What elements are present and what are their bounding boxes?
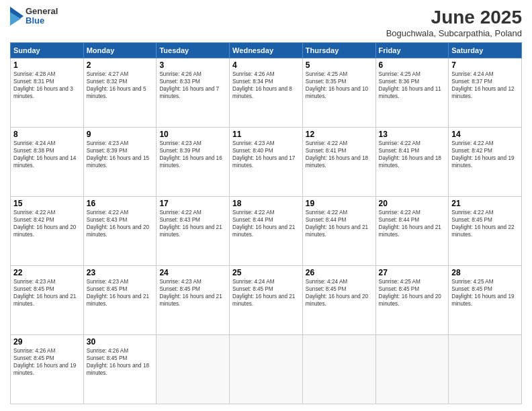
- cell-info: Sunrise: 4:28 AM Sunset: 8:31 PM Dayligh…: [13, 71, 81, 100]
- table-cell: 18 Sunrise: 4:22 AM Sunset: 8:44 PM Dayl…: [230, 197, 303, 266]
- table-cell: 27 Sunrise: 4:25 AM Sunset: 8:45 PM Dayl…: [375, 266, 449, 335]
- table-cell: 26 Sunrise: 4:24 AM Sunset: 8:45 PM Dayl…: [302, 266, 375, 335]
- day-number: 22: [13, 268, 81, 277]
- day-number: 14: [451, 130, 519, 139]
- table-cell: 8 Sunrise: 4:24 AM Sunset: 8:38 PM Dayli…: [11, 128, 84, 197]
- day-number: 29: [13, 337, 81, 347]
- table-cell: 5 Sunrise: 4:25 AM Sunset: 8:35 PM Dayli…: [302, 58, 375, 128]
- day-number: 11: [232, 130, 300, 139]
- table-cell: 3 Sunrise: 4:26 AM Sunset: 8:33 PM Dayli…: [157, 58, 230, 128]
- table-cell: 12 Sunrise: 4:22 AM Sunset: 8:41 PM Dayl…: [302, 128, 375, 197]
- table-cell: [302, 335, 375, 404]
- day-number: 30: [87, 337, 154, 347]
- day-number: 2: [87, 60, 154, 70]
- col-monday: Monday: [83, 43, 157, 58]
- day-number: 19: [306, 199, 373, 208]
- table-cell: 23 Sunrise: 4:23 AM Sunset: 8:45 PM Dayl…: [83, 266, 157, 335]
- cell-info: Sunrise: 4:23 AM Sunset: 8:45 PM Dayligh…: [159, 278, 226, 308]
- col-wednesday: Wednesday: [230, 43, 303, 58]
- day-number: 20: [379, 199, 446, 208]
- table-cell: [449, 335, 522, 404]
- table-cell: 14 Sunrise: 4:22 AM Sunset: 8:42 PM Dayl…: [449, 128, 522, 197]
- cell-info: Sunrise: 4:22 AM Sunset: 8:42 PM Dayligh…: [13, 209, 81, 238]
- table-cell: 11 Sunrise: 4:23 AM Sunset: 8:40 PM Dayl…: [230, 128, 303, 197]
- cell-info: Sunrise: 4:27 AM Sunset: 8:32 PM Dayligh…: [87, 71, 154, 100]
- cell-info: Sunrise: 4:22 AM Sunset: 8:41 PM Dayligh…: [379, 140, 446, 169]
- day-number: 3: [159, 60, 226, 70]
- cell-info: Sunrise: 4:26 AM Sunset: 8:34 PM Dayligh…: [232, 71, 300, 100]
- col-thursday: Thursday: [302, 43, 375, 58]
- day-number: 24: [159, 268, 226, 277]
- cell-info: Sunrise: 4:25 AM Sunset: 8:45 PM Dayligh…: [379, 278, 446, 308]
- cell-info: Sunrise: 4:22 AM Sunset: 8:44 PM Dayligh…: [306, 209, 373, 238]
- day-number: 13: [379, 130, 446, 139]
- logo: General Blue: [10, 7, 58, 26]
- calendar-row: 15 Sunrise: 4:22 AM Sunset: 8:42 PM Dayl…: [11, 197, 522, 266]
- table-cell: [375, 335, 449, 404]
- cell-info: Sunrise: 4:25 AM Sunset: 8:35 PM Dayligh…: [306, 71, 373, 100]
- day-number: 12: [306, 130, 373, 139]
- header: General Blue June 2025 Boguchwala, Subca…: [10, 7, 522, 38]
- calendar-row: 1 Sunrise: 4:28 AM Sunset: 8:31 PM Dayli…: [11, 58, 522, 128]
- cell-info: Sunrise: 4:25 AM Sunset: 8:45 PM Dayligh…: [451, 278, 519, 308]
- col-friday: Friday: [375, 43, 449, 58]
- day-number: 16: [87, 199, 154, 208]
- cell-info: Sunrise: 4:26 AM Sunset: 8:45 PM Dayligh…: [13, 347, 81, 377]
- table-cell: [157, 335, 230, 404]
- day-number: 17: [159, 199, 226, 208]
- table-cell: 28 Sunrise: 4:25 AM Sunset: 8:45 PM Dayl…: [449, 266, 522, 335]
- cell-info: Sunrise: 4:23 AM Sunset: 8:39 PM Dayligh…: [87, 140, 154, 169]
- table-cell: [230, 335, 303, 404]
- logo-text: General Blue: [26, 7, 58, 26]
- cell-info: Sunrise: 4:26 AM Sunset: 8:45 PM Dayligh…: [87, 347, 154, 377]
- calendar-row: 22 Sunrise: 4:23 AM Sunset: 8:45 PM Dayl…: [11, 266, 522, 335]
- table-cell: 1 Sunrise: 4:28 AM Sunset: 8:31 PM Dayli…: [11, 58, 84, 128]
- cell-info: Sunrise: 4:22 AM Sunset: 8:43 PM Dayligh…: [87, 209, 154, 238]
- day-number: 21: [451, 199, 519, 208]
- day-number: 4: [232, 60, 300, 70]
- cell-info: Sunrise: 4:24 AM Sunset: 8:37 PM Dayligh…: [451, 71, 519, 100]
- table-cell: 13 Sunrise: 4:22 AM Sunset: 8:41 PM Dayl…: [375, 128, 449, 197]
- table-cell: 4 Sunrise: 4:26 AM Sunset: 8:34 PM Dayli…: [230, 58, 303, 128]
- col-saturday: Saturday: [449, 43, 522, 58]
- col-sunday: Sunday: [11, 43, 84, 58]
- table-cell: 29 Sunrise: 4:26 AM Sunset: 8:45 PM Dayl…: [11, 335, 84, 404]
- calendar-header-row: Sunday Monday Tuesday Wednesday Thursday…: [11, 43, 522, 58]
- day-number: 15: [13, 199, 81, 208]
- table-cell: 10 Sunrise: 4:23 AM Sunset: 8:39 PM Dayl…: [157, 128, 230, 197]
- day-number: 8: [13, 130, 81, 139]
- cell-info: Sunrise: 4:24 AM Sunset: 8:38 PM Dayligh…: [13, 140, 81, 169]
- table-cell: 19 Sunrise: 4:22 AM Sunset: 8:44 PM Dayl…: [302, 197, 375, 266]
- day-number: 23: [87, 268, 154, 277]
- logo-icon: [10, 7, 24, 26]
- day-number: 18: [232, 199, 300, 208]
- day-number: 5: [306, 60, 373, 70]
- day-number: 6: [379, 60, 446, 70]
- cell-info: Sunrise: 4:22 AM Sunset: 8:41 PM Dayligh…: [306, 140, 373, 169]
- table-cell: 25 Sunrise: 4:24 AM Sunset: 8:45 PM Dayl…: [230, 266, 303, 335]
- table-cell: 6 Sunrise: 4:25 AM Sunset: 8:36 PM Dayli…: [375, 58, 449, 128]
- cell-info: Sunrise: 4:22 AM Sunset: 8:43 PM Dayligh…: [159, 209, 226, 238]
- logo-blue: Blue: [26, 16, 58, 26]
- table-cell: 17 Sunrise: 4:22 AM Sunset: 8:43 PM Dayl…: [157, 197, 230, 266]
- table-cell: 21 Sunrise: 4:22 AM Sunset: 8:45 PM Dayl…: [449, 197, 522, 266]
- day-number: 26: [306, 268, 373, 277]
- table-cell: 7 Sunrise: 4:24 AM Sunset: 8:37 PM Dayli…: [449, 58, 522, 128]
- day-number: 27: [379, 268, 446, 277]
- day-number: 28: [451, 268, 519, 277]
- table-cell: 22 Sunrise: 4:23 AM Sunset: 8:45 PM Dayl…: [11, 266, 84, 335]
- table-cell: 20 Sunrise: 4:22 AM Sunset: 8:44 PM Dayl…: [375, 197, 449, 266]
- table-cell: 9 Sunrise: 4:23 AM Sunset: 8:39 PM Dayli…: [83, 128, 157, 197]
- page: General Blue June 2025 Boguchwala, Subca…: [0, 0, 532, 411]
- cell-info: Sunrise: 4:23 AM Sunset: 8:40 PM Dayligh…: [232, 140, 300, 169]
- table-cell: 15 Sunrise: 4:22 AM Sunset: 8:42 PM Dayl…: [11, 197, 84, 266]
- month-title: June 2025: [386, 7, 522, 28]
- day-number: 7: [451, 60, 519, 70]
- cell-info: Sunrise: 4:26 AM Sunset: 8:33 PM Dayligh…: [159, 71, 226, 100]
- day-number: 1: [13, 60, 81, 70]
- subtitle: Boguchwala, Subcarpathia, Poland: [386, 28, 522, 38]
- calendar-row: 29 Sunrise: 4:26 AM Sunset: 8:45 PM Dayl…: [11, 335, 522, 404]
- table-cell: 24 Sunrise: 4:23 AM Sunset: 8:45 PM Dayl…: [157, 266, 230, 335]
- table-cell: 2 Sunrise: 4:27 AM Sunset: 8:32 PM Dayli…: [83, 58, 157, 128]
- day-number: 9: [87, 130, 154, 139]
